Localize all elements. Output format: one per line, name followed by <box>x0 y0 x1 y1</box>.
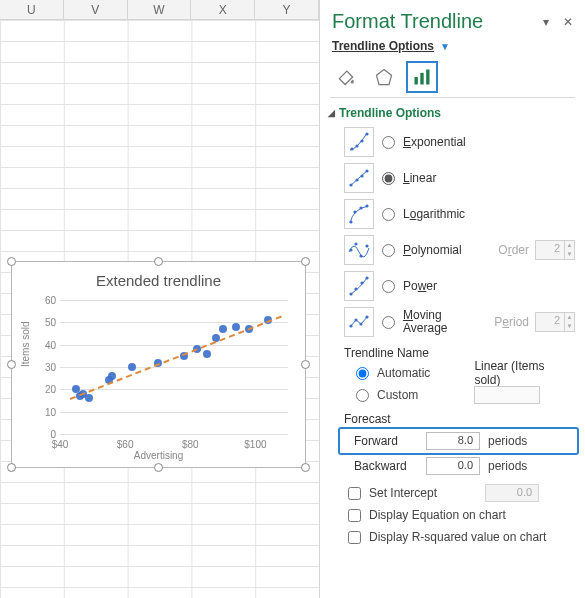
order-spinner: 2 ▲▼ <box>535 240 575 260</box>
automatic-name-radio[interactable] <box>356 367 369 380</box>
linear-icon <box>344 163 374 193</box>
set-intercept-input: 0.0 <box>485 484 539 502</box>
power-radio[interactable] <box>382 280 395 293</box>
automatic-name-label[interactable]: Automatic <box>377 366 430 380</box>
data-point[interactable] <box>128 363 136 371</box>
polynomial-radio[interactable] <box>382 244 395 257</box>
close-icon[interactable]: ✕ <box>563 15 573 29</box>
forward-input[interactable]: 8.0 <box>426 432 480 450</box>
tab-trendline-options[interactable] <box>408 63 436 91</box>
pane-title: Format Trendline <box>332 10 483 33</box>
data-point[interactable] <box>203 350 211 358</box>
set-intercept-label[interactable]: Set Intercept <box>369 486 437 500</box>
svg-point-17 <box>354 242 357 245</box>
forecast-heading: Forecast <box>320 406 585 428</box>
polynomial-label[interactable]: Polynomial <box>403 244 462 257</box>
y-tick: 20 <box>38 384 56 395</box>
display-r2-checkbox[interactable] <box>348 531 361 544</box>
data-point[interactable] <box>85 394 93 402</box>
moving-average-radio[interactable] <box>382 316 395 329</box>
y-axis-label[interactable]: Items sold <box>20 321 31 367</box>
data-point[interactable] <box>232 323 240 331</box>
tab-fill-line[interactable] <box>332 63 360 91</box>
x-axis-label[interactable]: Advertising <box>12 450 305 461</box>
embedded-chart[interactable]: Extended trendline Items sold Advertisin… <box>11 261 306 468</box>
display-equation-label[interactable]: Display Equation on chart <box>369 508 506 522</box>
automatic-name-value: Linear (Items sold) <box>474 359 573 387</box>
exponential-label[interactable]: Exponential <box>403 136 466 149</box>
svg-rect-1 <box>420 73 423 85</box>
section-heading[interactable]: Trendline Options <box>339 106 441 120</box>
x-tick: $100 <box>244 439 266 450</box>
periods-unit: periods <box>488 434 527 448</box>
plot-area[interactable]: 0102030405060$40$60$80$100 <box>60 300 288 434</box>
resize-handle[interactable] <box>154 463 163 472</box>
data-point[interactable] <box>108 372 116 380</box>
col-header[interactable]: W <box>128 0 192 19</box>
resize-handle[interactable] <box>7 360 16 369</box>
svg-rect-2 <box>426 70 429 85</box>
period-label: Period <box>494 315 529 329</box>
logarithmic-icon <box>344 199 374 229</box>
resize-handle[interactable] <box>7 463 16 472</box>
svg-point-19 <box>365 244 368 247</box>
options-selector-label[interactable]: Trendline Options <box>332 39 434 53</box>
exponential-icon <box>344 127 374 157</box>
custom-name-input[interactable] <box>474 386 540 404</box>
resize-handle[interactable] <box>154 257 163 266</box>
col-header[interactable]: Y <box>255 0 319 19</box>
y-tick: 60 <box>38 295 56 306</box>
pane-options-dropdown-icon[interactable]: ▾ <box>543 15 549 29</box>
backward-row: Backward 0.0 periods <box>344 454 573 478</box>
svg-line-11 <box>350 170 368 186</box>
moving-average-label[interactable]: MovingAverage <box>403 309 447 334</box>
forward-label: Forward <box>344 434 418 448</box>
col-header[interactable]: V <box>64 0 128 19</box>
backward-input[interactable]: 0.0 <box>426 457 480 475</box>
chart-title[interactable]: Extended trendline <box>12 272 305 289</box>
power-label[interactable]: Power <box>403 280 437 293</box>
x-tick: $40 <box>52 439 69 450</box>
worksheet-grid: U V W X Y Extended trendline Items sold … <box>0 0 319 598</box>
exponential-radio[interactable] <box>382 136 395 149</box>
column-headers: U V W X Y <box>0 0 319 20</box>
format-trendline-pane: Format Trendline ▾ ✕ Trendline Options ▼… <box>319 0 585 598</box>
linear-radio[interactable] <box>382 172 395 185</box>
custom-name-radio[interactable] <box>356 389 369 402</box>
tab-effects[interactable] <box>370 63 398 91</box>
data-point[interactable] <box>219 325 227 333</box>
display-r2-label[interactable]: Display R-squared value on chart <box>369 530 546 544</box>
trendline[interactable] <box>69 316 281 400</box>
collapse-icon[interactable]: ◢ <box>328 108 335 118</box>
paint-bucket-icon <box>336 67 356 87</box>
moving-average-icon <box>344 307 374 337</box>
backward-label: Backward <box>344 459 418 473</box>
y-tick: 0 <box>38 429 56 440</box>
set-intercept-checkbox[interactable] <box>348 487 361 500</box>
logarithmic-radio[interactable] <box>382 208 395 221</box>
bar-chart-icon <box>412 67 432 87</box>
y-tick: 40 <box>38 339 56 350</box>
resize-handle[interactable] <box>301 257 310 266</box>
order-label: Order <box>498 243 529 257</box>
periods-unit: periods <box>488 459 527 473</box>
y-tick: 10 <box>38 406 56 417</box>
dropdown-icon[interactable]: ▼ <box>440 41 450 52</box>
resize-handle[interactable] <box>301 360 310 369</box>
display-equation-checkbox[interactable] <box>348 509 361 522</box>
col-header[interactable]: U <box>0 0 64 19</box>
pentagon-icon <box>374 67 394 87</box>
custom-name-label[interactable]: Custom <box>377 388 418 402</box>
forward-row: Forward 8.0 periods <box>340 429 577 453</box>
col-header[interactable]: X <box>191 0 255 19</box>
power-icon <box>344 271 374 301</box>
x-tick: $80 <box>182 439 199 450</box>
svg-rect-0 <box>415 77 418 85</box>
linear-label[interactable]: Linear <box>403 172 436 185</box>
polynomial-icon <box>344 235 374 265</box>
resize-handle[interactable] <box>301 463 310 472</box>
y-tick: 30 <box>38 362 56 373</box>
x-tick: $60 <box>117 439 134 450</box>
logarithmic-label[interactable]: Logarithmic <box>403 208 465 221</box>
resize-handle[interactable] <box>7 257 16 266</box>
